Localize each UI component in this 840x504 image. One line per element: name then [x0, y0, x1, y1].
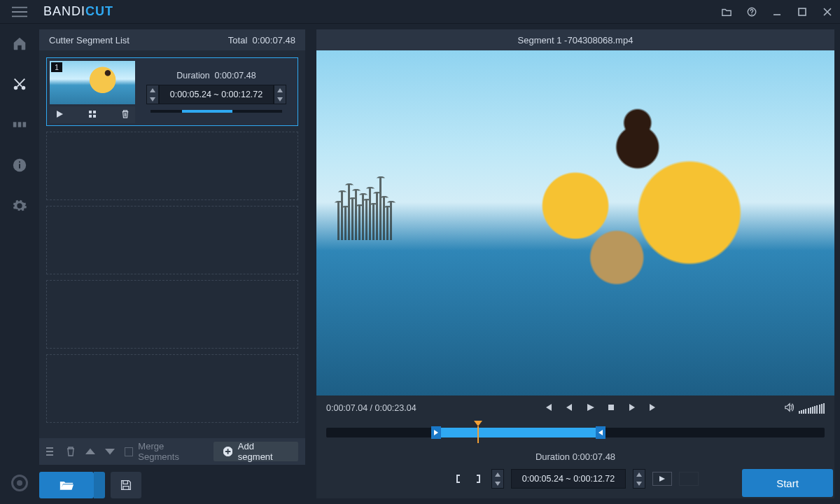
- segment-empty-slot: [46, 206, 298, 274]
- segment-mini-timeline[interactable]: [150, 110, 282, 113]
- segment-list-title: Cutter Segment List: [49, 35, 130, 46]
- segment-list-header: Cutter Segment List Total 0:00:07.48: [39, 29, 305, 50]
- preview-range-value: 0:00:05.24 ~ 0:00:12.72: [511, 469, 626, 489]
- rail-info-icon[interactable]: [8, 154, 31, 176]
- close-icon[interactable]: [815, 0, 840, 24]
- step-back-icon[interactable]: [564, 402, 574, 414]
- segment-start-stepper[interactable]: [146, 85, 159, 104]
- svg-rect-6: [23, 122, 27, 127]
- play-icon[interactable]: [585, 402, 595, 414]
- svg-rect-13: [93, 115, 96, 118]
- svg-rect-9: [19, 162, 20, 163]
- seek-start-icon[interactable]: [543, 402, 553, 414]
- maximize-icon[interactable]: [790, 0, 815, 24]
- preview-end-stepper[interactable]: [633, 469, 645, 489]
- playhead-time: 0:00:07.04 / 0:00:23.04: [326, 403, 416, 413]
- segment-range-value: 0:00:05.24 ~ 0:00:12.72: [159, 85, 274, 104]
- seek-end-icon[interactable]: [648, 402, 658, 414]
- rail-settings-icon[interactable]: [8, 195, 31, 217]
- svg-rect-15: [608, 405, 614, 410]
- mark-in-icon[interactable]: [452, 472, 465, 485]
- list-delete-icon[interactable]: [66, 447, 76, 456]
- rail-join-icon[interactable]: [8, 113, 31, 136]
- list-menu-icon[interactable]: [46, 447, 56, 456]
- preview-duration-label: Duration 0:00:07.48: [536, 451, 615, 462]
- preview-title: Segment 1 - 704308068.mp4: [316, 29, 834, 50]
- step-forward-icon[interactable]: [627, 402, 637, 414]
- app-brand: BANDICUT: [43, 4, 113, 19]
- rail-cut-icon[interactable]: [8, 73, 31, 95]
- segment-list-footer: Merge Segments Add segment: [39, 438, 305, 465]
- video-preview[interactable]: [316, 50, 834, 396]
- segment-index-badge: 1: [51, 62, 62, 72]
- segment-duration-label: Duration 0:00:07.48: [176, 71, 255, 80]
- menu-button[interactable]: [0, 0, 39, 24]
- move-down-icon[interactable]: [105, 447, 115, 456]
- file-bar: [39, 465, 305, 498]
- segment-panel: Cutter Segment List Total 0:00:07.48 1: [39, 24, 311, 504]
- move-up-icon[interactable]: [85, 447, 95, 456]
- merge-segments-checkbox[interactable]: Merge Segments: [125, 441, 204, 462]
- selection-timeline[interactable]: [316, 421, 834, 444]
- start-button[interactable]: Start: [742, 469, 833, 497]
- svg-rect-5: [18, 122, 22, 127]
- add-segment-button[interactable]: Add segment: [214, 442, 298, 461]
- segment-delete-icon[interactable]: [121, 110, 130, 120]
- segment-grid-icon[interactable]: [88, 110, 97, 120]
- volume-slider[interactable]: [799, 403, 825, 414]
- segment-end-stepper[interactable]: [274, 85, 286, 104]
- preview-panel: Segment 1 - 704308068.mp4 0:00:07.04 / 0…: [311, 24, 840, 504]
- segment-thumbnail[interactable]: 1: [50, 61, 135, 104]
- minimize-icon[interactable]: [764, 0, 790, 24]
- svg-rect-12: [89, 115, 92, 118]
- segment-empty-slot: [46, 354, 298, 423]
- rail-record-icon[interactable]: [11, 475, 28, 491]
- mark-out-icon[interactable]: [472, 472, 484, 485]
- open-file-button[interactable]: [39, 472, 94, 498]
- folder-icon[interactable]: [714, 0, 739, 24]
- segment-card[interactable]: 1 Duration 0:00:07.48: [46, 57, 298, 126]
- rail-home-icon[interactable]: [8, 32, 31, 55]
- loop-selection-button[interactable]: [679, 472, 699, 486]
- preview-start-stepper[interactable]: [491, 469, 504, 489]
- play-selection-button[interactable]: [652, 472, 672, 486]
- stop-icon[interactable]: [606, 402, 616, 414]
- segment-play-icon[interactable]: [55, 110, 64, 120]
- transport-bar: 0:00:07.04 / 0:00:23.04: [316, 396, 834, 421]
- svg-rect-10: [89, 111, 92, 113]
- svg-point-2: [14, 86, 18, 90]
- titlebar: BANDICUT: [0, 0, 840, 24]
- svg-rect-1: [799, 8, 806, 15]
- svg-rect-8: [19, 164, 20, 168]
- svg-rect-4: [13, 122, 17, 127]
- svg-rect-11: [93, 111, 96, 113]
- segment-empty-slot: [46, 280, 298, 349]
- volume-icon[interactable]: [785, 402, 794, 414]
- svg-point-3: [22, 86, 26, 90]
- side-rail: [0, 24, 39, 504]
- save-file-button[interactable]: [111, 472, 141, 498]
- help-icon[interactable]: [739, 0, 764, 24]
- segment-empty-slot: [46, 132, 298, 200]
